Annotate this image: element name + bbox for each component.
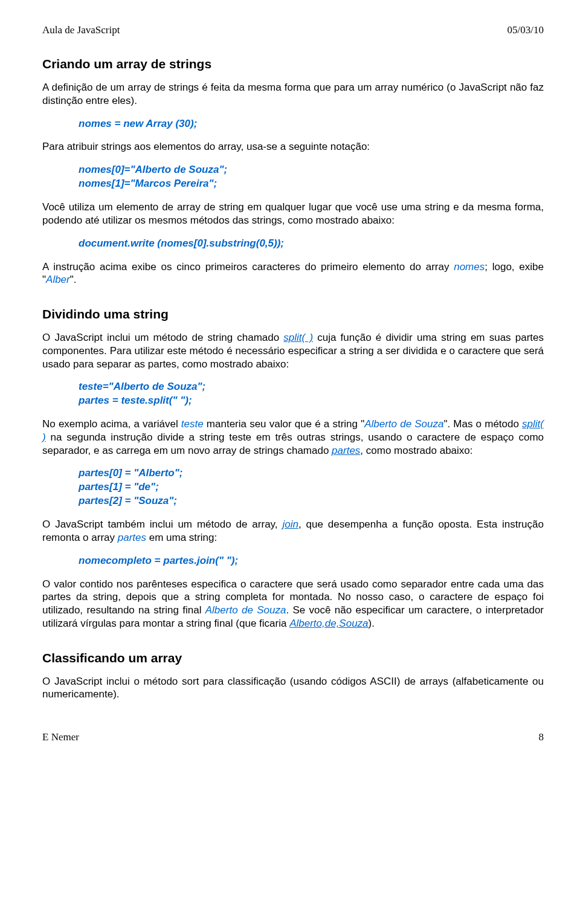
text: manteria seu valor que é a string ": [204, 418, 364, 430]
inline-link: partes: [332, 445, 360, 456]
code-block: nomes[0]="Alberto de Souza"; nomes[1]="M…: [79, 163, 544, 191]
header-left: Aula de JavaScript: [42, 24, 120, 36]
inline-link: join: [282, 519, 298, 530]
code-block: nomecompleto = partes.join(" ");: [79, 554, 544, 568]
code-block: nomes = new Array (30);: [79, 117, 544, 131]
code-line: partes[1] = "de";: [79, 481, 159, 493]
paragraph: Para atribuir strings aos elementos do a…: [42, 140, 544, 153]
inline-code: Alberto de Souza: [364, 418, 443, 430]
inline-code: Alber: [46, 274, 70, 285]
text: No exemplo acima, a variável: [42, 418, 181, 430]
code-block: document.write (nomes[0].substring(0,5))…: [79, 237, 544, 251]
inline-link: split( ): [283, 332, 313, 343]
code-line: partes[2] = "Souza";: [79, 495, 177, 506]
heading-classificando-array: Classificando um array: [42, 651, 544, 665]
paragraph: O valor contido nos parênteses especific…: [42, 578, 544, 630]
text: A instrução acima exibe os cinco primeir…: [42, 261, 454, 273]
inline-link: Alberto,de,Souza: [289, 618, 368, 629]
heading-dividindo-string: Dividindo uma string: [42, 307, 544, 321]
text: O JavaScript também inclui um método de …: [42, 519, 282, 530]
text: , como mostrado abaixo:: [360, 445, 472, 456]
code-line: nomes[0]="Alberto de Souza";: [79, 164, 227, 175]
inline-code: teste: [181, 418, 204, 430]
paragraph: O JavaScript inclui um método de string …: [42, 331, 544, 370]
code-line: nomes[1]="Marcos Pereira";: [79, 178, 217, 189]
text: ". Mas o método: [443, 418, 522, 430]
inline-code: partes: [118, 532, 146, 543]
footer-left: E Nemer: [42, 731, 79, 743]
paragraph: A definição de um array de strings é fei…: [42, 81, 544, 108]
text: ".: [70, 274, 77, 285]
code-line: partes = teste.split(" ");: [79, 395, 192, 406]
footer-page-number: 8: [539, 731, 544, 743]
text: em uma string:: [146, 532, 217, 543]
paragraph: A instrução acima exibe os cinco primeir…: [42, 260, 544, 287]
code-line: partes[0] = "Alberto";: [79, 467, 182, 479]
text: ).: [369, 618, 375, 629]
page-header: Aula de JavaScript 05/03/10: [42, 24, 544, 36]
code-line: teste="Alberto de Souza";: [79, 381, 205, 392]
paragraph: O JavaScript também inclui um método de …: [42, 518, 544, 544]
inline-code: Alberto de Souza: [205, 604, 286, 616]
document-page: Aula de JavaScript 05/03/10 Criando um a…: [0, 0, 580, 767]
paragraph: O JavaScript inclui o método sort para c…: [42, 675, 544, 702]
heading-criando-array-strings: Criando um array de strings: [42, 57, 544, 71]
paragraph: No exemplo acima, a variável teste mante…: [42, 418, 544, 457]
code-block: partes[0] = "Alberto"; partes[1] = "de";…: [79, 467, 544, 508]
text: O JavaScript inclui um método de string …: [42, 332, 283, 343]
page-footer: E Nemer 8: [42, 731, 544, 743]
paragraph: Você utiliza um elemento de array de str…: [42, 201, 544, 227]
inline-code: nomes: [454, 261, 485, 273]
code-block: teste="Alberto de Souza"; partes = teste…: [79, 380, 544, 408]
header-right: 05/03/10: [507, 24, 544, 36]
